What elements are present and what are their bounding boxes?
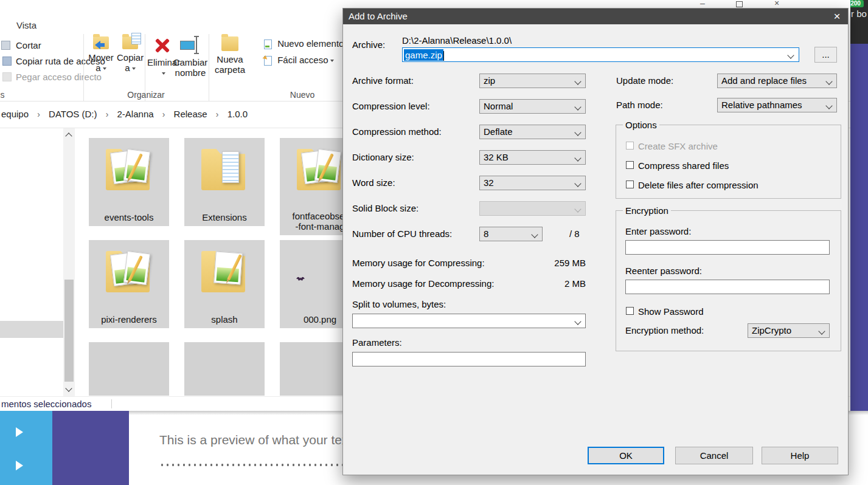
group-label-organizar: Organizar xyxy=(83,90,209,100)
maximize-button[interactable] xyxy=(730,0,748,7)
archive-path-text: D:\2-Alanna\Release\1.0.0\ xyxy=(402,35,512,46)
archive-name-combo[interactable]: game.zip xyxy=(402,47,799,62)
path-mode-label: Path mode: xyxy=(616,100,663,110)
archive-name-value: game.zip xyxy=(404,49,443,61)
browse-button[interactable]: ... xyxy=(814,47,837,63)
chevron-down-icon xyxy=(574,154,581,161)
encryption-group-title: Encryption xyxy=(623,205,671,216)
folder-icon xyxy=(102,144,156,196)
paste-shortcut-icon xyxy=(2,72,12,83)
file-tile-extensions[interactable]: Extensions xyxy=(184,138,265,226)
delete-after-label: Delete files after compression xyxy=(638,180,759,190)
ribbon-button-copiar-a[interactable]: Copiar a xyxy=(117,34,144,90)
background-text-fragment: r bo xyxy=(851,9,867,19)
breadcrumb-item[interactable]: equipo xyxy=(1,109,29,119)
word-size-select[interactable]: 32 xyxy=(479,176,586,190)
minimize-button[interactable]: – xyxy=(693,0,712,7)
breadcrumb: equipo › DATOS (D:) › 2-Alanna › Release… xyxy=(1,109,248,119)
delete-after-checkbox[interactable] xyxy=(626,181,634,188)
rename-icon xyxy=(180,36,201,54)
update-mode-label: Update mode: xyxy=(616,75,673,86)
archive-format-select[interactable]: zip xyxy=(479,74,586,88)
solid-block-size-label: Solid Block size: xyxy=(352,203,418,213)
breadcrumb-item[interactable]: DATOS (D:) xyxy=(49,109,97,119)
cancel-button[interactable]: Cancel xyxy=(675,447,753,464)
create-sfx-checkbox[interactable] xyxy=(626,142,634,150)
folder-icon xyxy=(102,246,156,298)
cpu-threads-total: / 8 xyxy=(569,229,580,239)
chevron-down-icon xyxy=(818,328,825,334)
compress-shared-checkbox[interactable] xyxy=(626,161,634,169)
parameters-input[interactable] xyxy=(352,352,586,366)
encryption-method-select[interactable]: ZipCrypto xyxy=(748,323,830,338)
reenter-password-input[interactable] xyxy=(625,280,830,294)
breadcrumb-item[interactable]: 2-Alanna xyxy=(117,109,154,119)
scroll-down-icon[interactable] xyxy=(65,385,72,391)
add-to-archive-dialog: Add to Archive × Archive: D:\2-Alanna\Re… xyxy=(342,8,849,475)
ribbon-button-nueva-carpeta[interactable]: Nueva carpeta xyxy=(214,34,246,90)
ribbon-button-mover-a[interactable]: Mover a xyxy=(88,34,114,90)
chevron-down-icon xyxy=(574,180,581,187)
split-volumes-combo[interactable] xyxy=(352,314,586,328)
ribbon-item-nuevo-elemento[interactable]: Nuevo elemento xyxy=(264,38,349,49)
file-tile-pixi-renderers[interactable]: pixi-renderers xyxy=(89,240,169,328)
file-tile-events-tools[interactable]: events-tools xyxy=(89,138,169,226)
chevron-down-icon xyxy=(825,102,832,109)
play-icon[interactable] xyxy=(16,461,23,470)
path-mode-select[interactable]: Relative pathnames xyxy=(717,98,837,112)
dialog-close-button[interactable]: × xyxy=(827,9,847,24)
create-sfx-label: Create SFX archive xyxy=(638,141,718,151)
folder-icon xyxy=(198,246,251,298)
dictionary-size-select[interactable]: 32 KB xyxy=(479,150,586,165)
text-caret xyxy=(443,51,444,61)
file-tile-splash[interactable]: splash xyxy=(184,240,265,328)
split-volumes-label: Split to volumes, bytes: xyxy=(352,299,446,309)
scrollbar-thumb[interactable] xyxy=(64,280,74,382)
compression-level-select[interactable]: Normal xyxy=(479,99,586,114)
file-tile-placeholder[interactable] xyxy=(184,342,265,396)
encryption-method-label: Encryption method: xyxy=(625,325,704,335)
show-password-checkbox[interactable] xyxy=(626,307,634,315)
update-mode-select[interactable]: Add and replace files xyxy=(717,74,837,88)
compression-method-select[interactable]: Deflate xyxy=(479,125,586,139)
help-button[interactable]: Help xyxy=(762,447,838,464)
solid-block-size-select[interactable] xyxy=(479,201,586,216)
group-label-clipboard: s xyxy=(0,90,9,100)
chevron-down-icon xyxy=(574,205,581,212)
dialog-title-bar[interactable]: Add to Archive xyxy=(343,9,848,24)
scroll-up-icon[interactable] xyxy=(65,132,72,139)
close-window-button[interactable]: × xyxy=(768,0,786,7)
dictionary-size-label: Dictionary size: xyxy=(352,152,414,162)
status-divider xyxy=(111,399,112,408)
play-icon[interactable] xyxy=(16,427,23,437)
compression-level-label: Compression level: xyxy=(352,101,430,111)
nav-pane-selected-item[interactable] xyxy=(0,321,63,338)
word-size-label: Word size: xyxy=(352,177,395,188)
ok-button[interactable]: OK xyxy=(588,447,664,464)
copy-path-icon xyxy=(2,57,12,67)
chevron-down-icon[interactable] xyxy=(787,52,794,58)
selection-count-text: mentos seleccionados xyxy=(1,399,91,409)
file-tile-placeholder[interactable] xyxy=(89,342,169,396)
parameters-label: Parameters: xyxy=(352,337,402,348)
ribbon-item-facil-acceso[interactable]: Fácil acceso xyxy=(264,55,334,66)
tab-vista[interactable]: Vista xyxy=(16,20,36,30)
scissors-icon xyxy=(1,41,10,52)
breadcrumb-item[interactable]: Release xyxy=(174,109,207,119)
breadcrumb-separator: › xyxy=(37,109,40,119)
cpu-threads-select[interactable]: 8 xyxy=(479,227,543,241)
folder-icon xyxy=(293,144,347,196)
archive-format-label: Archive format: xyxy=(352,75,414,86)
breadcrumb-separator: › xyxy=(216,109,219,119)
dialog-title: Add to Archive xyxy=(349,11,408,21)
dropdown-caret-icon xyxy=(132,67,136,70)
breadcrumb-item[interactable]: 1.0.0 xyxy=(227,109,248,119)
reenter-password-label: Reenter password: xyxy=(625,266,702,276)
ribbon-item-cortar[interactable]: Cortar xyxy=(16,40,41,50)
ribbon-button-cambiar-nombre[interactable]: Cambiar nombre xyxy=(173,34,208,90)
memory-decompress-value: 2 MB xyxy=(479,278,586,289)
enter-password-input[interactable] xyxy=(625,240,830,255)
preview-text: This is a preview of what your text xyxy=(159,433,352,447)
new-folder-icon xyxy=(221,36,238,51)
delete-icon xyxy=(153,36,172,54)
